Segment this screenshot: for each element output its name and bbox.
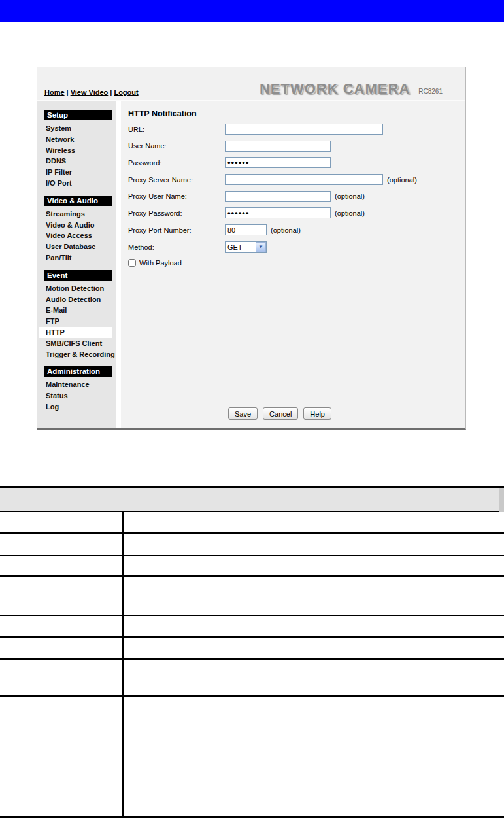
page-title: HTTP Notification [128,109,465,119]
camera-admin-screenshot: Home|View Video|Logout NETWORK CAMERA RC… [37,67,466,430]
optional-note: (optional) [335,209,365,217]
with-payload-checkbox[interactable] [128,259,136,267]
table-cell-description [124,577,504,615]
sidebar-item-wireless[interactable]: Wireless [37,145,116,156]
sidebar-item-audio-detection[interactable]: Audio Detection [37,294,116,305]
sidebar-item-http[interactable]: HTTP [39,327,112,338]
url-label: URL: [128,126,225,133]
table-cell-description [124,638,504,658]
home-link[interactable]: Home [44,88,65,96]
top-nav: Home|View Video|Logout [44,88,139,96]
sidebar-section-video-audio: Video & Audio [44,196,112,206]
table-cell-description [124,697,504,816]
sidebar-item-trigger-recording[interactable]: Trigger & Recording [37,349,116,360]
table-cell-description [124,534,504,555]
table-cell-term [0,660,124,695]
chevron-down-icon: ▼ [258,245,263,250]
sidebar-item-system[interactable]: System [37,123,116,134]
table-cell-term [0,638,124,658]
table-row [0,697,504,818]
password-label: Password: [128,159,225,167]
nav-separator: | [67,88,69,96]
sidebar-section-administration: Administration [44,366,112,377]
proxy-port-input[interactable] [225,224,267,235]
reference-table [0,486,504,818]
table-cell-term [0,616,124,636]
proxy-password-input[interactable] [225,207,331,218]
sidebar-item-motion-detection[interactable]: Motion Detection [37,283,116,294]
table-cell-description [124,660,504,695]
table-cell-description [124,556,504,575]
model-number: RC8261 [418,88,443,95]
proxy-server-name-label: Proxy Server Name: [128,176,225,184]
table-cell-term [0,697,124,816]
table-cell-term [0,577,124,615]
sidebar-item-user-database[interactable]: User Database [37,241,116,252]
sidebar-item-video-access[interactable]: Video Access [37,230,116,241]
sidebar-item-streamings[interactable]: Streamings [37,209,116,220]
proxy-user-name-input[interactable] [225,191,331,202]
help-button[interactable]: Help [303,407,331,420]
sidebar-item-ip-filter[interactable]: IP Filter [37,167,116,178]
with-payload-label: With Payload [139,259,182,267]
view-video-link[interactable]: View Video [71,88,109,96]
table-row [0,534,504,556]
sidebar-item-status[interactable]: Status [37,390,116,401]
url-input[interactable] [225,124,383,135]
table-row [0,512,504,534]
proxy-user-name-label: Proxy User Name: [128,192,225,200]
table-row [0,660,504,697]
screenshot-header: Home|View Video|Logout NETWORK CAMERA RC… [37,67,465,101]
proxy-port-number-label: Proxy Port Number: [128,226,225,234]
main-panel: HTTP Notification URL: User Name: Passwo… [121,101,465,428]
select-dropdown-button[interactable]: ▼ [256,242,266,252]
user-name-label: User Name: [128,142,225,150]
optional-note: (optional) [335,192,365,200]
sidebar-item-ftp[interactable]: FTP [37,316,116,327]
table-cell-term [0,512,124,532]
sidebar-item-io-port[interactable]: I/O Port [37,178,116,189]
method-select[interactable]: GET ▼ [225,241,267,253]
optional-note: (optional) [271,226,301,234]
proxy-server-name-input[interactable] [225,174,383,185]
table-row [0,616,504,638]
sidebar-item-log[interactable]: Log [37,401,116,413]
optional-note: (optional) [387,176,417,184]
method-label: Method: [128,243,225,251]
sidebar-item-network[interactable]: Network [37,134,116,145]
top-blue-bar [0,0,504,22]
proxy-password-label: Proxy Password: [128,209,225,217]
table-cell-description [124,512,504,532]
method-selected-value: GET [226,243,243,251]
table-cell-term [0,534,124,555]
http-notification-form: URL: User Name: Password: Proxy Server N… [128,124,465,267]
table-cell-description [124,616,504,636]
nav-separator: | [110,88,112,96]
cancel-button[interactable]: Cancel [263,407,298,420]
sidebar-item-smb-cifs-client[interactable]: SMB/CIFS Client [37,338,116,349]
table-cell-term [0,556,124,575]
user-name-input[interactable] [225,141,331,152]
sidebar: Setup System Network Wireless DDNS IP Fi… [37,101,116,428]
sidebar-main-divider [116,101,121,428]
table-row [0,556,504,577]
network-camera-logo: NETWORK CAMERA [260,80,410,97]
reference-table-header [0,488,504,512]
brand-block: NETWORK CAMERA RC8261 [260,80,443,97]
sidebar-section-event: Event [44,270,112,281]
table-row [0,638,504,660]
sidebar-section-setup: Setup [44,110,112,120]
sidebar-item-pan-tilt[interactable]: Pan/Tilt [37,252,116,264]
sidebar-item-maintenance[interactable]: Maintenance [37,379,116,390]
password-input[interactable] [225,157,331,168]
sidebar-item-email[interactable]: E-Mail [37,305,116,316]
table-row [0,577,504,616]
sidebar-item-video-audio[interactable]: Video & Audio [37,220,116,231]
form-buttons: Save Cancel Help [228,407,331,420]
logout-link[interactable]: Logout [114,88,138,96]
sidebar-item-ddns[interactable]: DDNS [37,156,116,167]
save-button[interactable]: Save [228,407,258,420]
